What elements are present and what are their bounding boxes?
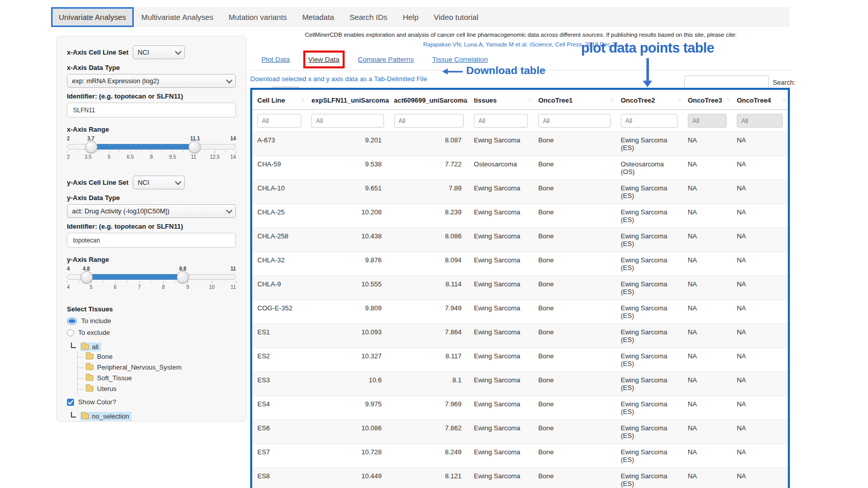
sort-icon[interactable]: ↑↓ xyxy=(782,96,785,102)
cell-expslfn11-unisarcoma: 9.651 xyxy=(306,180,389,204)
x-range-slider-high-handle[interactable] xyxy=(188,141,201,153)
cell-oncotree2: Ewing Sarcoma (ES) xyxy=(616,180,683,204)
cell-expslfn11-unisarcoma: 10.327 xyxy=(306,348,389,372)
column-header-oncotree3[interactable]: OncoTree3↑↓ xyxy=(683,90,732,110)
exclude-radio[interactable] xyxy=(67,329,74,336)
cell-cell-line: ES3 xyxy=(252,372,306,396)
tree-corner-icon xyxy=(71,412,76,418)
sort-icon[interactable]: ↑↓ xyxy=(383,96,387,102)
y-range-slider-low-handle[interactable] xyxy=(81,271,93,283)
cell-oncotree1: Bone xyxy=(533,228,616,252)
nav-tab-mutation-variants[interactable]: Mutation variants xyxy=(221,7,295,27)
nav-tab-help[interactable]: Help xyxy=(395,7,426,27)
cell-cell-line: ES4 xyxy=(252,396,306,420)
column-filter-expslfn11-unisarcoma[interactable] xyxy=(311,114,384,128)
y-cell-line-set-label: y-Axis Cell Line Set xyxy=(67,179,129,186)
top-nav: Univariate AnalysesMultivariate Analyses… xyxy=(51,7,790,27)
nav-tab-metadata[interactable]: Metadata xyxy=(295,7,342,27)
column-header-act609699-unisarcoma[interactable]: act609699_uniSarcoma↑↓ xyxy=(389,90,469,110)
cell-act609699-unisarcoma: 7.722 xyxy=(389,156,469,180)
cell-tissues: Ewing Sarcoma xyxy=(469,228,533,252)
tab-tissue-correlation[interactable]: Tissue Correlation xyxy=(432,56,488,63)
sort-icon[interactable]: ↑↓ xyxy=(463,96,466,102)
y-identifier-label: Identifier: (e.g. topotecan or SLFN11) xyxy=(67,223,236,230)
column-header-oncotree4[interactable]: OncoTree4↑↓ xyxy=(732,90,788,110)
include-radio-row[interactable]: To include xyxy=(67,317,236,325)
exclude-tree-root[interactable]: no_selection xyxy=(71,412,236,421)
table-row: ES49.9757.969Ewing SarcomaBoneEwing Sarc… xyxy=(252,396,788,420)
x-cell-line-set-select[interactable]: NCI xyxy=(133,45,185,59)
include-tissue-tree: allBonePeripheral_Nervous_SystemSoft_Tis… xyxy=(71,343,236,394)
column-header-oncotree1[interactable]: OncoTree1↑↓ xyxy=(533,90,616,110)
column-header-expslfn11-unisarcoma[interactable]: expSLFN11_uniSarcoma↑↓ xyxy=(306,90,389,110)
y-cell-line-set-select[interactable]: NCI xyxy=(133,176,185,189)
column-filter-tissues[interactable] xyxy=(474,114,528,128)
exclude-tree-item-bone[interactable]: Bone xyxy=(78,421,236,422)
nav-tab-multivariate-analyses[interactable]: Multivariate Analyses xyxy=(134,7,221,27)
cell-oncotree4: NA xyxy=(732,156,788,180)
column-header-oncotree2[interactable]: OncoTree2↑↓ xyxy=(616,90,683,110)
cell-oncotree2: Osteosarcoma (OS) xyxy=(616,156,683,180)
sort-icon[interactable]: ↑↓ xyxy=(527,96,531,102)
y-identifier-input[interactable] xyxy=(67,233,236,248)
table-row: CHLA-910.5558.114Ewing SarcomaBoneEwing … xyxy=(252,276,788,300)
include-radio[interactable] xyxy=(67,318,77,325)
folder-icon xyxy=(81,344,89,350)
cell-expslfn11-unisarcoma: 10.086 xyxy=(306,420,389,444)
table-row: CHLA-329.8768.094Ewing SarcomaBoneEwing … xyxy=(252,252,788,276)
folder-icon xyxy=(86,354,93,359)
download-annotation-note: Download table xyxy=(466,64,545,77)
nav-tab-search-ids[interactable]: Search IDs xyxy=(342,7,395,27)
chevron-down-icon xyxy=(175,48,181,55)
download-link[interactable]: Download selected x and y axis data as a… xyxy=(250,75,427,83)
cell-oncotree1: Bone xyxy=(533,324,616,348)
cell-expslfn11-unisarcoma: 10.093 xyxy=(306,324,389,348)
cell-oncotree2: Ewing Sarcoma (ES) xyxy=(616,396,683,420)
exclude-radio-row[interactable]: To exclude xyxy=(67,329,236,336)
cell-cell-line: A-673 xyxy=(252,132,306,156)
show-color-checkbox[interactable] xyxy=(67,399,74,406)
y-data-type-label: y-Axis Data Type xyxy=(67,194,236,202)
tab-plot-data[interactable]: Plot Data xyxy=(261,56,290,63)
column-header-cell-line[interactable]: Cell Line↑↓ xyxy=(252,90,306,110)
cell-oncotree1: Bone xyxy=(533,348,616,372)
sort-icon[interactable]: ↑↓ xyxy=(301,96,304,102)
x-range-slider-low-handle[interactable] xyxy=(85,141,98,153)
cell-oncotree2: Ewing Sarcoma (ES) xyxy=(616,372,683,396)
table-search-input[interactable] xyxy=(684,76,769,89)
include-tree-item-bone[interactable]: Bone xyxy=(78,351,236,362)
include-tree-item-uterus[interactable]: Uterus xyxy=(78,383,236,394)
column-header-tissues[interactable]: tissues↑↓ xyxy=(469,90,533,110)
sort-icon[interactable]: ↑↓ xyxy=(677,96,680,102)
sort-icon[interactable]: ↑↓ xyxy=(610,96,613,102)
table-row: CHLA-2510.2088.239Ewing SarcomaBoneEwing… xyxy=(252,204,788,228)
column-filter-oncotree1[interactable] xyxy=(538,114,611,128)
cell-cell-line: ES8 xyxy=(252,468,306,488)
y-range-slider-high-handle[interactable] xyxy=(177,271,189,283)
table-row: ES710.7288.249Ewing SarcomaBoneEwing Sar… xyxy=(252,444,788,468)
x-identifier-input[interactable] xyxy=(67,103,236,117)
column-filter-oncotree4[interactable] xyxy=(737,114,783,128)
x-data-type-select[interactable]: exp: mRNA Expression (log2) xyxy=(67,74,236,88)
cell-oncotree4: NA xyxy=(732,228,788,252)
cell-cell-line: ES6 xyxy=(252,420,306,444)
y-data-type-select[interactable]: act: Drug Activity (-log10[IC50M]) xyxy=(67,204,236,218)
include-radio-label: To include xyxy=(81,317,111,325)
table-row: A-6739.2018.087Ewing SarcomaBoneEwing Sa… xyxy=(252,132,788,156)
column-filter-cell-line[interactable] xyxy=(257,114,301,128)
sort-icon[interactable]: ↑↓ xyxy=(726,96,729,102)
column-filter-oncotree2[interactable] xyxy=(621,114,678,128)
nav-tab-video-tutorial[interactable]: Video tutorial xyxy=(426,7,486,27)
include-tree-item-peripheral-nervous-system[interactable]: Peripheral_Nervous_System xyxy=(78,362,236,373)
tab-compare-patterns[interactable]: Compare Patterns xyxy=(358,56,414,63)
nav-tab-univariate-analyses[interactable]: Univariate Analyses xyxy=(51,7,134,27)
column-filter-act609699-unisarcoma[interactable] xyxy=(394,114,464,128)
cell-oncotree1: Bone xyxy=(533,252,616,276)
show-color-row[interactable]: Show Color? xyxy=(67,398,236,406)
column-filter-oncotree3[interactable] xyxy=(688,114,727,128)
include-tree-item-soft-tissue[interactable]: Soft_Tissue xyxy=(78,373,236,383)
cell-act609699-unisarcoma: 8.087 xyxy=(389,132,469,156)
table-row: ES610.0867.862Ewing SarcomaBoneEwing Sar… xyxy=(252,420,788,444)
tab-view-data[interactable]: View Data xyxy=(308,56,340,63)
include-tree-root[interactable]: all xyxy=(71,343,236,351)
